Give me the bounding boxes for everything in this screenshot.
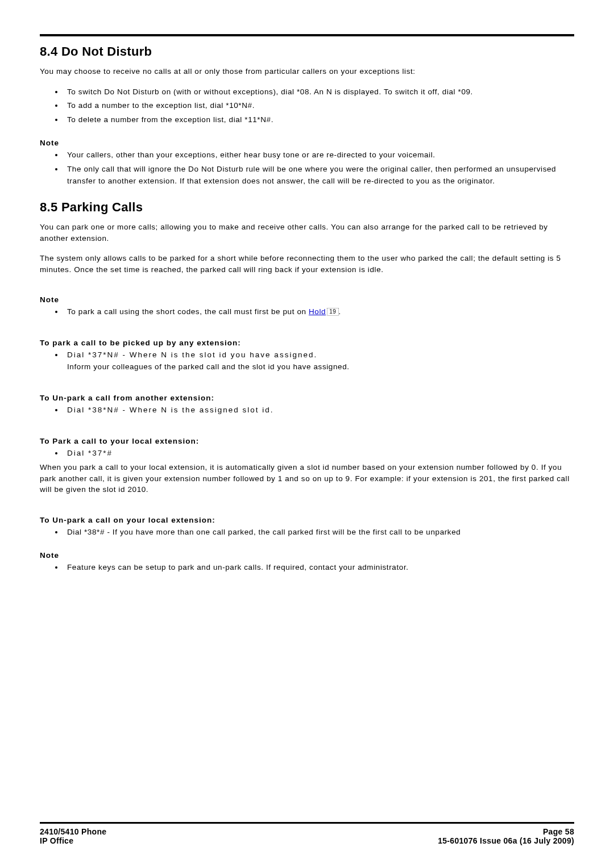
note-prefix: To park a call using the short codes, th… [67,307,309,316]
heading-parking: 8.5 Parking Calls [40,200,574,215]
footer: 2410/5410 Phone Page 58 IP Office 15-601… [40,822,574,845]
note-label: Note [40,295,574,304]
list-item: Dial *37*N# - Where N is the slot id you… [64,349,574,373]
parking-intro2: The system only allows calls to be parke… [40,253,574,275]
footer-rule [40,822,574,824]
pickup-any-line2: Inform your colleagues of the parked cal… [67,362,350,371]
hold-link[interactable]: Hold [309,307,326,316]
list-item: Feature keys can be setup to park and un… [64,562,574,574]
park-local-label: To Park a call to your local extension: [40,437,574,445]
list-item: Dial *37*# [64,448,574,460]
heading-dnd: 8.4 Do Not Disturb [40,44,574,59]
list-item: Your callers, other than your exceptions… [64,149,574,161]
unpark-other-label: To Un-park a call from another extension… [40,394,574,402]
footer-left2: IP Office [40,836,73,845]
parking-note2-list: Feature keys can be setup to park and un… [40,562,574,574]
parking-intro1: You can park one or more calls; allowing… [40,222,574,244]
unpark-other-list: Dial *38*N# - Where N is the assigned sl… [40,404,574,416]
list-item: To park a call using the short codes, th… [64,306,574,318]
dnd-notes: Your callers, other than your exceptions… [40,149,574,187]
list-item: To delete a number from the exception li… [64,114,574,126]
page-ref: 19 [327,308,338,316]
pickup-any-line1: Dial *37*N# - Where N is the slot id you… [67,350,317,359]
note-suffix: . [339,307,341,316]
unpark-local-label: To Un-park a call on your local extensio… [40,516,574,524]
footer-left1: 2410/5410 Phone [40,827,106,836]
dnd-list: To switch Do Not Disturb on (with or wit… [40,86,574,127]
unpark-local-list: Dial *38*# - If you have more than one c… [40,527,574,539]
footer-right1: Page 58 [543,827,574,836]
list-item: To add a number to the exception list, d… [64,100,574,112]
list-item: Dial *38*N# - Where N is the assigned sl… [64,404,574,416]
note-label: Note [40,139,574,147]
pickup-any-label: To park a call to be picked up by any ex… [40,339,574,347]
park-local-para: When you park a call to your local exten… [40,462,574,495]
list-item: Dial *38*# - If you have more than one c… [64,527,574,539]
footer-right2: 15-601076 Issue 06a (16 July 2009) [438,836,574,845]
top-rule [40,34,574,36]
dnd-intro: You may choose to receive no calls at al… [40,66,574,77]
parking-note-list: To park a call using the short codes, th… [40,306,574,318]
note-label: Note [40,551,574,560]
list-item: To switch Do Not Disturb on (with or wit… [64,86,574,98]
list-item: The only call that will ignore the Do No… [64,164,574,187]
park-local-list: Dial *37*# [40,448,574,460]
pickup-any-list: Dial *37*N# - Where N is the slot id you… [40,349,574,373]
